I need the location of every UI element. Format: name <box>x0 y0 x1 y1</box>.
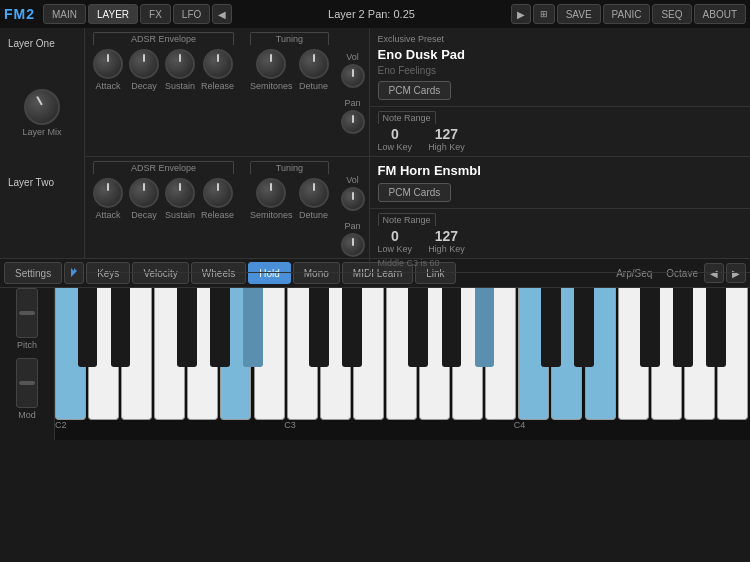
black-key[interactable] <box>442 288 462 367</box>
layer-two-sustain-group: Sustain <box>165 178 195 220</box>
layer-one-release-group: Release <box>201 49 234 91</box>
nav-lfo[interactable]: LFO <box>173 4 210 24</box>
layer-one-low-key-val[interactable]: 0 <box>391 126 399 142</box>
mod-slider[interactable] <box>16 358 38 408</box>
pitch-slider[interactable] <box>16 288 38 338</box>
layer-two-tuning-title: Tuning <box>250 161 329 174</box>
layer-one-semitones-label: Semitones <box>250 81 293 91</box>
nav-fx[interactable]: FX <box>140 4 171 24</box>
nav-main[interactable]: MAIN <box>43 4 86 24</box>
layer-two-sustain-knob[interactable] <box>165 178 195 208</box>
param-prev-arrow[interactable]: ◀ <box>212 4 232 24</box>
black-key[interactable] <box>706 288 726 367</box>
layer-one-sustain-label: Sustain <box>165 81 195 91</box>
layer-one-attack-knob[interactable] <box>93 49 123 79</box>
param-next-arrow[interactable]: ▶ <box>511 4 531 24</box>
layer-two-detune-knob[interactable] <box>299 178 329 208</box>
layer-mix-label: Layer Mix <box>22 127 61 137</box>
layer-two-adsr-title: ADSR Envelope <box>93 161 234 174</box>
left-panel: Layer One Layer Mix Layer Two <box>0 28 85 258</box>
c3-label: C3 <box>284 420 296 430</box>
layer-one-pan-knob[interactable] <box>341 110 365 134</box>
keyboard <box>55 288 750 420</box>
layer-one-release-knob[interactable] <box>203 49 233 79</box>
layer-two-semitones-label: Semitones <box>250 210 293 220</box>
layer-one-right: Exclusive Preset Eno Dusk Pad Eno Feelin… <box>369 28 750 156</box>
black-key[interactable] <box>541 288 561 367</box>
layer-one-attack-label: Attack <box>95 81 120 91</box>
middle-c-note: Middle C3 is 60 <box>378 258 742 268</box>
layer-one-detune-label: Detune <box>299 81 328 91</box>
black-key[interactable] <box>673 288 693 367</box>
black-key[interactable] <box>309 288 329 367</box>
layer-two-attack-label: Attack <box>95 210 120 220</box>
layer-one-semitones-group: Semitones <box>250 49 293 91</box>
layer-two-detune-group: Detune <box>299 178 329 220</box>
layer-one-high-key-val[interactable]: 127 <box>435 126 458 142</box>
layer-one-high-key-label: High Key <box>428 142 465 152</box>
layer-one-note-range-label: Note Range <box>378 111 436 124</box>
layer-one-sustain-knob[interactable] <box>165 49 195 79</box>
black-key[interactable] <box>111 288 131 367</box>
layer-two-semitones-group: Semitones <box>250 178 293 220</box>
layer-two-high-key-label: High Key <box>428 244 465 254</box>
app-logo: FM2 <box>4 6 35 22</box>
layer-two-preset: FM Horn Ensmbl PCM Cards <box>370 157 750 209</box>
layer-two-pan-knob[interactable] <box>341 233 365 257</box>
nav-layer[interactable]: LAYER <box>88 4 138 24</box>
layer-two-vol-knob[interactable] <box>341 187 365 211</box>
layer-two-note-range-label: Note Range <box>378 213 436 226</box>
tab-settings[interactable]: Settings <box>4 262 62 284</box>
grid-icon[interactable]: ⊞ <box>533 4 555 24</box>
layer-one-decay-group: Decay <box>129 49 159 91</box>
layer-two-release-knob[interactable] <box>203 178 233 208</box>
layer-one-low-key-label: Low Key <box>378 142 413 152</box>
layers-panel: ADSR Envelope Attack Decay Sustain <box>85 28 750 258</box>
layer-one-sustain-group: Sustain <box>165 49 195 91</box>
layer-one-pcm-button[interactable]: PCM Cards <box>378 81 452 100</box>
black-key[interactable] <box>475 288 495 367</box>
layer-one-attack-group: Attack <box>93 49 123 91</box>
layer-two-attack-group: Attack <box>93 178 123 220</box>
layer-two-note-range: Note Range 0 Low Key 127 High Key Middle… <box>370 209 750 272</box>
black-key[interactable] <box>342 288 362 367</box>
layer-two-sustain-label: Sustain <box>165 210 195 220</box>
black-key[interactable] <box>210 288 230 367</box>
black-key[interactable] <box>78 288 98 367</box>
black-key[interactable] <box>408 288 428 367</box>
black-key[interactable] <box>243 288 263 367</box>
layer-two-preset-name: FM Horn Ensmbl <box>378 163 742 178</box>
layer-one-vol-knob[interactable] <box>341 64 365 88</box>
layer-two-detune-label: Detune <box>299 210 328 220</box>
mod-label: Mod <box>18 410 36 420</box>
param-display: Layer 2 Pan: 0.25 <box>234 8 508 20</box>
layer-one-volpan: Vol Pan <box>337 28 369 156</box>
layer-two-pcm-button[interactable]: PCM Cards <box>378 183 452 202</box>
layer-two-attack-knob[interactable] <box>93 178 123 208</box>
layer-two-release-group: Release <box>201 178 234 220</box>
pitch-mod-panel: Pitch Mod <box>0 288 55 440</box>
black-key[interactable] <box>640 288 660 367</box>
layer-one-adsr-title: ADSR Envelope <box>93 32 234 45</box>
black-key[interactable] <box>574 288 594 367</box>
save-button[interactable]: SAVE <box>557 4 601 24</box>
seq-button[interactable]: SEQ <box>652 4 691 24</box>
layer-mix-knob[interactable] <box>24 89 60 125</box>
layer-one-semitones-knob[interactable] <box>256 49 286 79</box>
black-key[interactable] <box>177 288 197 367</box>
about-button[interactable]: ABOUT <box>694 4 746 24</box>
layer-two-right: FM Horn Ensmbl PCM Cards Note Range 0 Lo… <box>369 157 750 272</box>
bluetooth-icon[interactable] <box>64 262 84 284</box>
layer-two-low-key-val[interactable]: 0 <box>391 228 399 244</box>
layer-one-detune-knob[interactable] <box>299 49 329 79</box>
layer-two-high-key-val[interactable]: 127 <box>435 228 458 244</box>
layer-one-decay-knob[interactable] <box>129 49 159 79</box>
layer-two-semitones-knob[interactable] <box>256 178 286 208</box>
layer-one-decay-label: Decay <box>131 81 157 91</box>
panic-button[interactable]: PANIC <box>603 4 651 24</box>
layer-two-decay-knob[interactable] <box>129 178 159 208</box>
layer-two-label: Layer Two <box>0 171 84 194</box>
layer-one-preset: Exclusive Preset Eno Dusk Pad Eno Feelin… <box>370 28 750 107</box>
layer-one-preset-sub: Eno Feelings <box>378 65 742 76</box>
layer-two-row: ADSR Envelope Attack Decay Sustain <box>85 157 750 273</box>
